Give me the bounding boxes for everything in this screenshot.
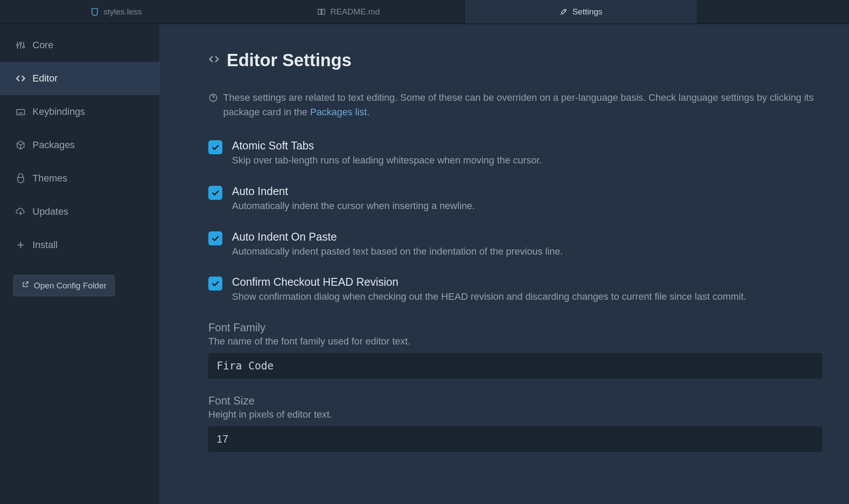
field-label: Font Size xyxy=(208,394,822,407)
setting-label: Atomic Soft Tabs xyxy=(232,139,822,152)
settings-note: These settings are related to text editi… xyxy=(208,90,822,119)
sidebar-item-label: Install xyxy=(32,239,57,251)
book-icon xyxy=(317,7,326,16)
setting-auto-indent-on-paste: Auto Indent On Paste Automatically inden… xyxy=(208,231,822,259)
font-size-input[interactable] xyxy=(208,426,822,452)
sidebar-item-label: Updates xyxy=(32,206,68,217)
tab-label: Settings xyxy=(572,7,603,17)
field-label: Font Family xyxy=(208,321,822,334)
page-title: Editor Settings xyxy=(227,50,351,70)
setting-auto-indent: Auto Indent Automatically indent the cur… xyxy=(208,185,822,213)
setting-label: Auto Indent On Paste xyxy=(232,231,822,243)
tools-icon xyxy=(559,7,568,16)
field-desc: The name of the font family used for edi… xyxy=(208,336,822,347)
setting-confirm-checkout-head: Confirm Checkout HEAD Revision Show conf… xyxy=(208,276,822,304)
field-font-size: Font Size Height in pixels of editor tex… xyxy=(208,394,822,452)
open-config-folder-button[interactable]: Open Config Folder xyxy=(13,275,115,296)
code-icon xyxy=(15,73,26,84)
field-font-family: Font Family The name of the font family … xyxy=(208,321,822,379)
tab-bar: styles.less README.md Settings xyxy=(0,0,849,24)
external-link-icon xyxy=(21,280,29,291)
css-file-icon xyxy=(90,7,99,16)
setting-desc: Automatically indent the cursor when ins… xyxy=(232,199,822,213)
sidebar-item-packages[interactable]: Packages xyxy=(0,128,160,162)
svg-point-0 xyxy=(17,44,18,46)
paint-bucket-icon xyxy=(15,173,26,184)
setting-label: Auto Indent xyxy=(232,185,822,198)
field-desc: Height in pixels of editor text. xyxy=(208,409,822,420)
code-icon xyxy=(208,53,220,67)
setting-desc: Skip over tab-length runs of leading whi… xyxy=(232,154,822,167)
tab-settings[interactable]: Settings xyxy=(465,0,697,24)
cloud-download-icon xyxy=(15,206,26,217)
sidebar-item-keybindings[interactable]: Keybindings xyxy=(0,95,160,128)
button-label: Open Config Folder xyxy=(34,281,107,291)
sidebar-item-label: Editor xyxy=(32,73,57,84)
setting-label: Confirm Checkout HEAD Revision xyxy=(232,276,822,288)
svg-point-2 xyxy=(23,46,25,48)
settings-sidebar: Core Editor Keybindings Packages Themes xyxy=(0,24,160,504)
sidebar-item-editor[interactable]: Editor xyxy=(0,62,160,95)
svg-point-1 xyxy=(20,43,21,44)
sliders-icon xyxy=(15,39,26,51)
setting-desc: Show confirmation dialog when checking o… xyxy=(232,290,822,304)
svg-rect-3 xyxy=(17,110,25,115)
font-family-input[interactable] xyxy=(208,353,822,379)
sidebar-item-updates[interactable]: Updates xyxy=(0,195,160,228)
note-text-suffix: . xyxy=(367,106,370,117)
question-icon xyxy=(208,92,218,106)
setting-desc: Automatically indent pasted text based o… xyxy=(232,245,822,259)
tab-styles-less[interactable]: styles.less xyxy=(0,0,232,24)
tab-label: README.md xyxy=(330,7,380,17)
sidebar-item-label: Packages xyxy=(32,139,75,151)
plus-icon xyxy=(15,239,26,251)
checkbox-auto-indent[interactable] xyxy=(208,186,222,200)
setting-atomic-soft-tabs: Atomic Soft Tabs Skip over tab-length ru… xyxy=(208,139,822,167)
sidebar-item-install[interactable]: Install xyxy=(0,228,160,262)
sidebar-item-label: Keybindings xyxy=(32,106,85,117)
checkbox-atomic-soft-tabs[interactable] xyxy=(208,140,222,154)
checkbox-confirm-checkout-head[interactable] xyxy=(208,277,222,291)
sidebar-item-label: Core xyxy=(32,39,54,51)
packages-list-link[interactable]: Packages list xyxy=(310,106,367,117)
checkbox-auto-indent-on-paste[interactable] xyxy=(208,231,222,245)
sidebar-item-core[interactable]: Core xyxy=(0,28,160,62)
tab-readme-md[interactable]: README.md xyxy=(232,0,465,24)
package-icon xyxy=(15,139,26,151)
keyboard-icon xyxy=(15,106,26,117)
sidebar-item-label: Themes xyxy=(32,173,67,184)
tab-label: styles.less xyxy=(103,7,142,17)
settings-main: Editor Settings These settings are relat… xyxy=(160,24,849,504)
sidebar-item-themes[interactable]: Themes xyxy=(0,162,160,195)
